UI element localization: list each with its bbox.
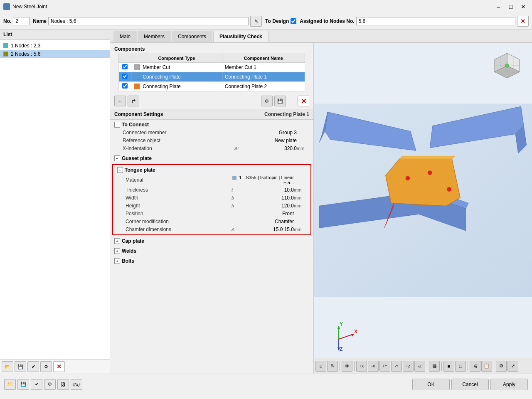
- view-btn-print[interactable]: 🖨: [470, 361, 480, 372]
- bottom-toolbar: 📁 💾 ✔ ⚙ 🖼 f(x) OK Cancel Apply: [0, 374, 532, 394]
- table-row[interactable]: Connecting Plate Connecting Plate 2: [119, 82, 305, 91]
- to-design-checkbox[interactable]: [291, 18, 296, 24]
- left-panel: List 1 Nodes : 2,3 2 Nodes : 5,6 📂 💾 ✔ ⚙…: [0, 30, 110, 374]
- bottom-btn-function[interactable]: f(x): [71, 379, 82, 390]
- bottom-btn-save[interactable]: 💾: [17, 379, 29, 390]
- view-btn-z[interactable]: +Z: [403, 361, 414, 372]
- prop-name-chamfer: Chamfer dimensions: [126, 227, 232, 232]
- tab-main[interactable]: Main: [113, 31, 137, 42]
- tongue-header[interactable]: − Tongue plate: [113, 166, 310, 174]
- row3-type: Connecting Plate: [143, 84, 180, 89]
- edit-name-button[interactable]: ✎: [250, 16, 262, 27]
- prop-name-thickness: Thickness: [126, 187, 232, 193]
- view-btn-x[interactable]: +X: [356, 361, 367, 372]
- view-btn-mz[interactable]: -Z: [414, 361, 425, 372]
- name-label: Name: [33, 18, 47, 24]
- tab-plausibility[interactable]: Plausibility Check: [213, 31, 268, 42]
- view-btn-solid[interactable]: ■: [443, 361, 454, 372]
- bottom-btn-check[interactable]: ✔: [31, 379, 42, 390]
- view-btn-home[interactable]: ⌂: [315, 361, 326, 372]
- to-connect-header[interactable]: − To Connect: [110, 121, 313, 129]
- view-btn-my[interactable]: -Y: [391, 361, 402, 372]
- svg-line-28: [339, 334, 353, 339]
- table-row[interactable]: Member Cut Member Cut 1: [119, 63, 305, 72]
- cap-plate-section: + Cap plate: [110, 236, 313, 246]
- row2-check[interactable]: [122, 74, 128, 79]
- list-item[interactable]: 1 Nodes : 2,3: [0, 42, 110, 50]
- prop-val-xindent: 320.0: [243, 145, 297, 151]
- table-row-selected[interactable]: Connecting Plate Connecting Plate 1: [119, 72, 305, 82]
- view-btn-mx[interactable]: -X: [368, 361, 379, 372]
- row1-check[interactable]: [122, 64, 128, 69]
- list-btn-4[interactable]: ⚙: [40, 361, 52, 372]
- prop-position: Position Front: [113, 210, 310, 218]
- bottom-btn-image[interactable]: 🖼: [57, 379, 69, 390]
- orientation-cube[interactable]: [490, 51, 524, 84]
- row3-check[interactable]: [122, 83, 128, 89]
- name-input[interactable]: [48, 17, 249, 25]
- to-design-field: To Design: [265, 18, 296, 24]
- clear-assigned-button[interactable]: ✕: [517, 16, 529, 27]
- svg-text:Y: Y: [340, 321, 343, 327]
- prop-width: Width b 110.0 mm: [113, 194, 310, 202]
- prop-val-width: 110.0: [240, 195, 294, 201]
- row2-name: Connecting Plate 1: [222, 72, 305, 82]
- tongue-expander[interactable]: −: [117, 167, 123, 173]
- minimize-button[interactable]: ‒: [493, 2, 504, 11]
- no-input[interactable]: [13, 17, 30, 25]
- bottom-btn-settings[interactable]: ⚙: [44, 379, 56, 390]
- view-btn-y[interactable]: +Y: [379, 361, 390, 372]
- maximize-button[interactable]: □: [505, 2, 516, 11]
- close-button[interactable]: ✕: [518, 2, 529, 11]
- view-btn-copy[interactable]: 📋: [481, 361, 492, 372]
- view-btn-wire[interactable]: □: [455, 361, 466, 372]
- list-btn-1[interactable]: 📂: [2, 361, 13, 372]
- tongue-plate-highlighted: − Tongue plate Material 1 - S355 | Isotr…: [112, 164, 311, 235]
- svg-text:X: X: [354, 329, 357, 335]
- col-name: Component Name: [222, 54, 305, 63]
- gusset-header[interactable]: − Gusset plate: [110, 154, 313, 163]
- form-panel: Components Component Type Component Name: [110, 43, 314, 374]
- view-btn-settings[interactable]: ⚙: [496, 361, 507, 372]
- tab-bar: Main Members Components Plausibility Che…: [110, 30, 532, 43]
- comp-delete-btn[interactable]: ✕: [298, 96, 309, 106]
- assigned-input[interactable]: [356, 17, 515, 25]
- prop-val-reference: New plate: [243, 138, 297, 143]
- comp-save-btn[interactable]: 💾: [274, 96, 286, 106]
- view-btn-expand[interactable]: ⤢: [507, 361, 518, 372]
- bolts-section: + Bolts: [110, 256, 313, 266]
- list-btn-2[interactable]: 💾: [15, 361, 26, 372]
- comp-settings-btn[interactable]: ⚙: [261, 96, 273, 106]
- list-item-label-2: 2 Nodes : 5,6: [11, 51, 40, 57]
- welds-expander[interactable]: +: [114, 248, 120, 254]
- bolts-header[interactable]: + Bolts: [110, 257, 313, 265]
- list-items: 1 Nodes : 2,3 2 Nodes : 5,6: [0, 40, 110, 359]
- row2-type: Connecting Plate: [143, 74, 180, 80]
- view-btn-eye[interactable]: 👁: [342, 361, 352, 372]
- cancel-button[interactable]: Cancel: [451, 379, 489, 390]
- tab-components[interactable]: Components: [172, 31, 212, 42]
- list-delete-button[interactable]: ✕: [53, 361, 65, 372]
- list-item-selected[interactable]: 2 Nodes : 5,6: [0, 50, 110, 58]
- welds-header[interactable]: + Welds: [110, 247, 313, 255]
- view-btn-iso[interactable]: ▦: [429, 361, 440, 372]
- item-color-1: [3, 43, 8, 48]
- cap-header[interactable]: + Cap plate: [110, 237, 313, 245]
- comp-arrow-right[interactable]: ⇄: [128, 96, 139, 106]
- to-connect-expander[interactable]: −: [114, 122, 120, 128]
- prop-name-reference: Reference object: [123, 138, 234, 143]
- prop-val-position: Front: [240, 211, 294, 217]
- prop-material: Material 1 - S355 | Isotropic | Linear E…: [113, 174, 310, 186]
- tab-members[interactable]: Members: [138, 31, 171, 42]
- tab-plausibility-label: Plausibility Check: [219, 34, 262, 39]
- gusset-expander[interactable]: −: [114, 155, 120, 161]
- col-check: [119, 54, 131, 63]
- bottom-btn-open[interactable]: 📁: [4, 379, 16, 390]
- list-btn-3[interactable]: ✔: [27, 361, 39, 372]
- view-btn-rotate[interactable]: ↻: [327, 361, 338, 372]
- cap-expander[interactable]: +: [114, 238, 120, 244]
- comp-arrow-left[interactable]: ←: [114, 96, 126, 106]
- bolts-expander[interactable]: +: [114, 258, 120, 264]
- apply-button[interactable]: Apply: [490, 379, 528, 390]
- ok-button[interactable]: OK: [412, 379, 450, 390]
